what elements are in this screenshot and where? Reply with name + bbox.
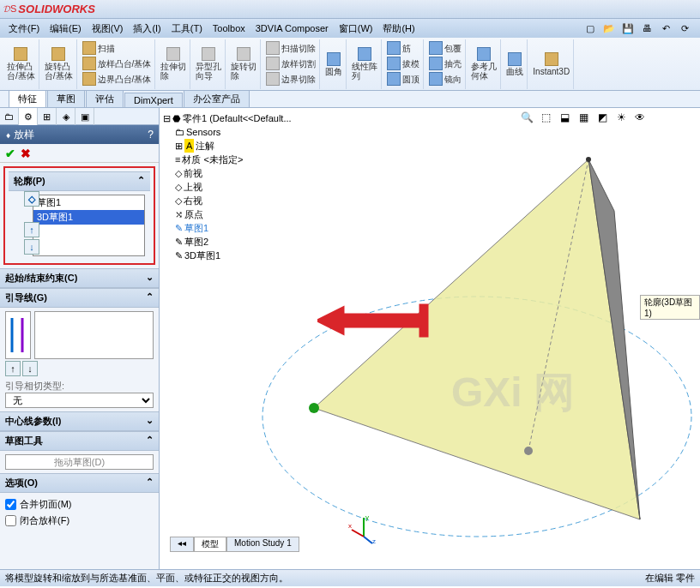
move-up-button[interactable]: ↑ [24, 222, 39, 237]
instant3d-button[interactable]: Instant3D [533, 52, 570, 76]
ok-button[interactable]: ✔ [5, 147, 15, 160]
svg-point-7 [524, 447, 533, 455]
linear-pattern-button[interactable]: 线性阵 列 [352, 47, 377, 81]
ref-geometry-button[interactable]: 参考几 何体 [471, 47, 497, 81]
status-message: 将模型旋转和缩放到与所选基准面、平面、或特征正交的视图方向。 [5, 572, 288, 585]
profile-rhombus-icon[interactable]: ◇ [24, 191, 39, 207]
svg-point-8 [586, 157, 591, 162]
profile-item-1[interactable]: 草图1 [33, 195, 144, 210]
constraints-header[interactable]: 起始/结束约束(C)⌄ [0, 268, 159, 288]
cut-sweep-button[interactable]: 扫描切除 [266, 41, 316, 57]
chevron-up-icon: ⌃ [146, 477, 154, 489]
property-manager-tab-icon[interactable]: ⚙ [19, 108, 38, 125]
config-manager-tab-icon[interactable]: ⊞ [38, 108, 57, 125]
options-header[interactable]: 选项(O)⌃ [0, 473, 159, 493]
undo-icon[interactable]: ↶ [657, 21, 674, 36]
drag-sketch-button[interactable]: 拖动草图(D) [5, 454, 154, 470]
menu-file[interactable]: 文件(F) [3, 21, 45, 37]
menu-insert[interactable]: 插入(I) [128, 21, 166, 37]
tab-sketch[interactable]: 草图 [47, 90, 85, 107]
guide-down-button[interactable]: ↓ [22, 361, 38, 376]
guide-type-select[interactable]: 无 [5, 393, 154, 408]
guide-type-label: 引导相切类型: [5, 380, 154, 393]
ribbon: 拉伸凸 台/基体 旋转凸 台/基体 扫描 放样凸台/基体 边界凸台/基体 拉伸切… [0, 38, 700, 91]
model-canvas[interactable] [160, 108, 700, 569]
hole-wizard-button[interactable]: 异型孔 向导 [196, 47, 221, 81]
property-manager: 🗀 ⚙ ⊞ ◈ ▣ ⬧ 放样 ? ✔ ✖ 轮廓(P)⌃ ◇ [0, 108, 160, 569]
svg-point-6 [309, 403, 319, 413]
cut-boundary-button[interactable]: 边界切除 [266, 72, 316, 87]
menu-edit[interactable]: 编辑(E) [45, 21, 87, 37]
tab-evaluate[interactable]: 评估 [86, 90, 124, 107]
tab-office[interactable]: 办公室产品 [184, 90, 250, 107]
bottom-tabs: ◂◂ 模型 Motion Study 1 [170, 537, 299, 552]
graphics-area[interactable]: 🔍 ⬚ ⬓ ▦ ◩ ☀ 👁 ⊟⬣零件1 (Default<<Default...… [160, 108, 700, 569]
chevron-up-icon: ⌃ [137, 175, 145, 188]
manager-tabs: 🗀 ⚙ ⊞ ◈ ▣ [0, 108, 159, 125]
cut-loft-button[interactable]: 放样切割 [266, 57, 316, 72]
menu-view[interactable]: 视图(V) [87, 21, 129, 37]
mirror-button[interactable]: 镜向 [429, 72, 462, 87]
move-down-button[interactable]: ↓ [24, 239, 39, 255]
status-bar: 将模型旋转和缩放到与所选基准面、平面、或特征正交的视图方向。 在编辑 零件 [0, 569, 700, 586]
rib-button[interactable]: 筋 [387, 41, 411, 57]
bottom-tab-motion[interactable]: Motion Study 1 [226, 537, 299, 552]
merge-checkbox[interactable] [5, 499, 16, 510]
profiles-header[interactable]: 轮廓(P)⌃ [9, 171, 150, 191]
confirm-row: ✔ ✖ [0, 144, 159, 163]
new-icon[interactable]: ▢ [582, 21, 599, 36]
open-icon[interactable]: 📂 [600, 21, 618, 36]
profile-callout-label[interactable]: 轮廓(3D草图1) [640, 295, 700, 320]
svg-text:z: z [372, 537, 376, 545]
cut-extrude-button[interactable]: 拉伸切 除 [160, 47, 186, 81]
bottom-tab-model[interactable]: 模型 [194, 537, 226, 552]
cut-revolve-button[interactable]: 旋转切 除 [231, 47, 256, 81]
extrude-boss-button[interactable]: 拉伸凸 台/基体 [7, 47, 35, 81]
svg-text:x: x [348, 522, 352, 530]
shell-button[interactable]: 抽壳 [429, 57, 462, 72]
revolve-boss-button[interactable]: 旋转凸 台/基体 [45, 47, 73, 81]
svg-marker-9 [317, 305, 427, 336]
print-icon[interactable]: 🖶 [638, 21, 655, 36]
profile-item-2[interactable]: 3D草图1 [33, 210, 144, 225]
menu-tools[interactable]: 工具(T) [166, 21, 208, 37]
guides-list[interactable] [34, 311, 154, 359]
dome-button[interactable]: 圆顶 [387, 72, 419, 87]
boundary-button[interactable]: 边界凸台/基体 [82, 72, 152, 87]
sketchtools-header[interactable]: 草图工具⌃ [0, 431, 159, 451]
feature-manager-tab-icon[interactable]: 🗀 [0, 108, 19, 125]
profiles-section-highlight: 轮廓(P)⌃ ◇ 草图1 3D草图1 ↑ ↓ [3, 166, 155, 265]
svg-text:y: y [365, 513, 369, 521]
display-manager-tab-icon[interactable]: ▣ [75, 108, 94, 125]
close-checkbox[interactable] [5, 515, 16, 526]
menu-composer[interactable]: 3DVIA Composer [250, 21, 334, 35]
guide-preview-icon [5, 311, 31, 359]
profiles-list[interactable]: 草图1 3D草图1 [33, 195, 145, 256]
view-triad[interactable]: y x z [347, 511, 381, 545]
menu-window[interactable]: 窗口(W) [334, 21, 378, 37]
cancel-button[interactable]: ✖ [21, 147, 31, 160]
merge-checkbox-row[interactable]: 合并切面(M) [5, 496, 154, 513]
menu-toolbox[interactable]: Toolbox [208, 21, 250, 35]
fillet-button[interactable]: 圆角 [325, 52, 342, 76]
command-tabs: 特征 草图 评估 DimXpert 办公室产品 [0, 91, 700, 108]
save-icon[interactable]: 💾 [619, 21, 637, 36]
rebuild-icon[interactable]: ⟳ [676, 21, 693, 36]
draft-button[interactable]: 拔模 [387, 57, 419, 72]
status-mode: 在编辑 零件 [645, 572, 695, 585]
loft-button[interactable]: 放样凸台/基体 [82, 57, 152, 72]
guide-up-button[interactable]: ↑ [5, 361, 21, 376]
curves-button[interactable]: 曲线 [506, 52, 523, 76]
help-icon[interactable]: ? [148, 129, 154, 141]
tab-dimxpert[interactable]: DimXpert [124, 93, 183, 107]
menu-bar: 文件(F) 编辑(E) 视图(V) 插入(I) 工具(T) Toolbox 3D… [0, 19, 700, 38]
close-checkbox-row[interactable]: 闭合放样(F) [5, 513, 154, 529]
tab-features[interactable]: 特征 [9, 90, 46, 107]
centerline-header[interactable]: 中心线参数(I)⌄ [0, 411, 159, 431]
wrap-button[interactable]: 包覆 [429, 41, 462, 57]
guides-header[interactable]: 引导线(G)⌃ [0, 288, 159, 308]
sweep-button[interactable]: 扫描 [82, 41, 115, 57]
menu-help[interactable]: 帮助(H) [377, 21, 419, 37]
bottom-tab-nav-left[interactable]: ◂◂ [170, 537, 194, 552]
dimxpert-tab-icon[interactable]: ◈ [57, 108, 75, 125]
